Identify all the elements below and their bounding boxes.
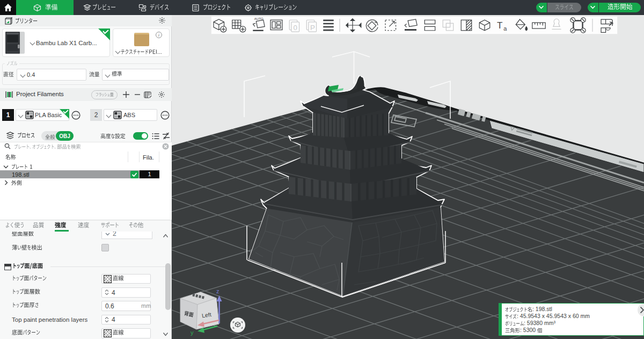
svg-text:z: z	[216, 288, 219, 294]
svg-text:a: a	[503, 25, 507, 32]
svg-text:AUTO: AUTO	[254, 17, 264, 20]
svg-text:y: y	[191, 329, 194, 336]
svg-text:0: 0	[294, 24, 297, 32]
svg-text:P: P	[310, 24, 315, 32]
svg-text:T: T	[497, 20, 503, 31]
